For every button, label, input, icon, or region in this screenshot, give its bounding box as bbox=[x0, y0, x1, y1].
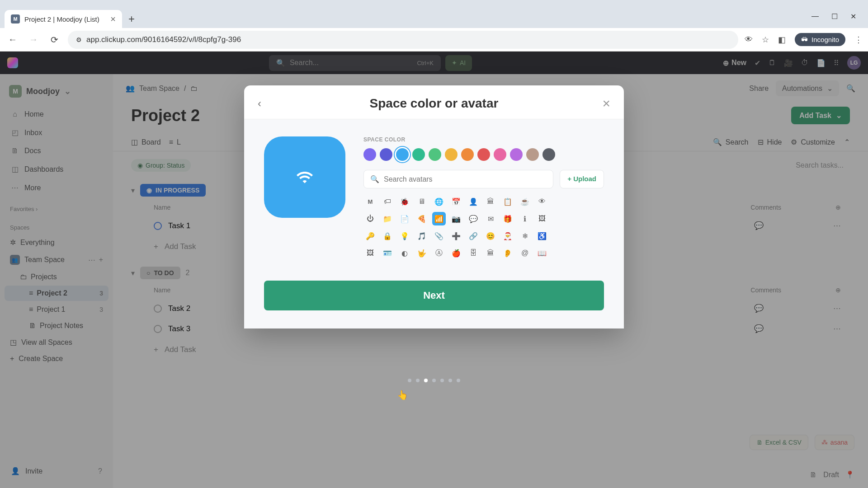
panel-icon[interactable]: ◧ bbox=[778, 35, 786, 45]
bookmark-icon[interactable]: ☆ bbox=[762, 35, 769, 45]
key-icon[interactable]: 🔑 bbox=[363, 229, 377, 243]
building-icon[interactable]: 🏛 bbox=[484, 195, 497, 208]
color-swatch[interactable] bbox=[542, 148, 555, 161]
bug-icon[interactable]: 🐞 bbox=[398, 195, 411, 208]
back-button[interactable]: ← bbox=[5, 33, 20, 47]
step-dot[interactable] bbox=[448, 379, 452, 382]
space-color-label: SPACE COLOR bbox=[363, 136, 604, 143]
tab-title: Project 2 | Moodjoy (List) bbox=[24, 15, 99, 23]
clipboard-icon[interactable]: 📋 bbox=[501, 195, 514, 208]
chat-icon[interactable]: 💬 bbox=[467, 212, 480, 225]
archway-icon[interactable]: 🏛 bbox=[484, 246, 497, 260]
paperclip-icon[interactable]: 📎 bbox=[432, 229, 446, 243]
snowflake-icon[interactable]: ❄ bbox=[518, 229, 532, 243]
book-icon[interactable]: 📖 bbox=[535, 246, 549, 260]
power-icon[interactable]: ⏻ bbox=[363, 212, 377, 225]
lock-icon[interactable]: 🔒 bbox=[381, 229, 394, 243]
archive-icon[interactable]: 🗄 bbox=[467, 246, 480, 260]
color-swatch[interactable] bbox=[526, 148, 539, 161]
minimize-icon[interactable]: — bbox=[811, 12, 819, 21]
incognito-icon: 🕶 bbox=[801, 36, 808, 43]
calendar-icon[interactable]: 📅 bbox=[449, 195, 463, 208]
step-dots bbox=[408, 368, 460, 386]
tab-favicon: M bbox=[11, 14, 20, 23]
ear-icon[interactable]: 👂 bbox=[501, 246, 514, 260]
incognito-badge[interactable]: 🕶 Incognito bbox=[795, 33, 845, 46]
monitor-icon[interactable]: 🖥 bbox=[415, 195, 429, 208]
color-swatch[interactable] bbox=[380, 148, 392, 161]
eye-off-icon[interactable]: 👁 bbox=[745, 35, 753, 44]
image-icon[interactable]: 🖼 bbox=[535, 212, 549, 225]
close-window-icon[interactable]: ✕ bbox=[850, 12, 856, 21]
file-icon[interactable]: 📄 bbox=[398, 212, 411, 225]
color-swatch[interactable] bbox=[445, 148, 458, 161]
step-dot[interactable] bbox=[424, 379, 428, 382]
site-settings-icon[interactable]: ⚙ bbox=[76, 36, 82, 43]
coffee-icon[interactable]: ☕ bbox=[518, 195, 532, 208]
window-controls: — ☐ ✕ bbox=[804, 7, 863, 28]
color-swatch[interactable] bbox=[412, 148, 425, 161]
avatar-preview bbox=[264, 136, 345, 218]
gift-icon[interactable]: 🎁 bbox=[501, 212, 514, 225]
avatar-search-field[interactable]: 🔍 bbox=[363, 170, 553, 188]
envelope-icon[interactable]: ✉ bbox=[484, 212, 497, 225]
camera-icon[interactable]: 📷 bbox=[449, 212, 463, 225]
tag-icon[interactable]: 🏷 bbox=[381, 195, 394, 208]
smiley-icon[interactable]: 😊 bbox=[484, 229, 497, 243]
globe-icon[interactable]: 🌐 bbox=[432, 195, 446, 208]
step-dot[interactable] bbox=[408, 379, 411, 382]
color-swatch[interactable] bbox=[461, 148, 474, 161]
color-swatch[interactable] bbox=[477, 148, 490, 161]
avatar-search-input[interactable] bbox=[384, 175, 547, 183]
pizza-icon[interactable]: 🍕 bbox=[415, 212, 429, 225]
url-input[interactable]: ⚙ app.clickup.com/9016164592/v/l/8cpfg7g… bbox=[68, 31, 738, 49]
upload-avatar-button[interactable]: + Upload bbox=[560, 170, 604, 188]
share-icon[interactable]: 🔗 bbox=[467, 229, 480, 243]
modal-title: Space color or avatar bbox=[258, 96, 610, 111]
eye-icon[interactable]: 👁 bbox=[535, 195, 549, 208]
color-swatch[interactable] bbox=[494, 148, 506, 161]
browser-tab-strip: M Project 2 | Moodjoy (List) × + — ☐ ✕ bbox=[0, 0, 868, 28]
forward-button[interactable]: → bbox=[26, 33, 41, 47]
wifi-icon[interactable]: 📶 bbox=[432, 212, 446, 225]
color-swatch[interactable] bbox=[429, 148, 441, 161]
modal-back-button[interactable]: ‹ bbox=[258, 97, 261, 110]
gallery-icon[interactable]: 🖼 bbox=[363, 246, 377, 260]
color-swatch[interactable] bbox=[396, 148, 409, 161]
folder-icon[interactable]: 📁 bbox=[381, 212, 394, 225]
letter-a-icon[interactable]: Ⓐ bbox=[432, 246, 446, 260]
new-tab-button[interactable]: + bbox=[124, 11, 139, 27]
at-icon[interactable]: @ bbox=[518, 246, 532, 260]
sign-language-icon[interactable]: 🤟 bbox=[415, 246, 429, 260]
next-button[interactable]: Next bbox=[264, 281, 604, 310]
plus-icon[interactable]: ➕ bbox=[449, 229, 463, 243]
lightbulb-icon[interactable]: 💡 bbox=[398, 229, 411, 243]
search-icon: 🔍 bbox=[370, 175, 379, 183]
color-swatch[interactable] bbox=[510, 148, 523, 161]
url-text: app.clickup.com/9016164592/v/l/8cpfg7g-3… bbox=[86, 35, 241, 44]
letter-icon[interactable]: M bbox=[363, 195, 377, 208]
contrast-icon[interactable]: ◐ bbox=[398, 246, 411, 260]
accessibility-icon[interactable]: ♿ bbox=[535, 229, 549, 243]
step-dot[interactable] bbox=[457, 379, 460, 382]
apple-icon[interactable]: 🍎 bbox=[449, 246, 463, 260]
maximize-icon[interactable]: ☐ bbox=[831, 12, 838, 21]
incognito-label: Incognito bbox=[811, 36, 839, 43]
step-dot[interactable] bbox=[440, 379, 444, 382]
wifi-icon bbox=[297, 171, 313, 183]
music-icon[interactable]: 🎵 bbox=[415, 229, 429, 243]
browser-tab[interactable]: M Project 2 | Moodjoy (List) × bbox=[5, 10, 122, 28]
user-icon[interactable]: 👤 bbox=[467, 195, 480, 208]
avatar-icon-grid: M🏷🐞🖥🌐📅👤🏛📋☕👁⏻📁📄🍕📶📷💬✉🎁ℹ🖼🔑🔒💡🎵📎➕🔗😊🎅❄♿🖼🪪◐🤟Ⓐ🍎🗄… bbox=[363, 195, 604, 260]
step-dot[interactable] bbox=[432, 379, 436, 382]
address-bar: ← → ⟳ ⚙ app.clickup.com/9016164592/v/l/8… bbox=[0, 28, 868, 52]
color-swatch[interactable] bbox=[363, 148, 376, 161]
browser-menu-icon[interactable]: ⋮ bbox=[854, 35, 863, 45]
info-icon[interactable]: ℹ bbox=[518, 212, 532, 225]
tab-close-icon[interactable]: × bbox=[110, 14, 116, 23]
step-dot[interactable] bbox=[416, 379, 420, 382]
holiday-icon[interactable]: 🎅 bbox=[501, 229, 514, 243]
reload-button[interactable]: ⟳ bbox=[47, 33, 61, 47]
id-card-icon[interactable]: 🪪 bbox=[381, 246, 394, 260]
modal-close-button[interactable]: × bbox=[602, 97, 610, 110]
